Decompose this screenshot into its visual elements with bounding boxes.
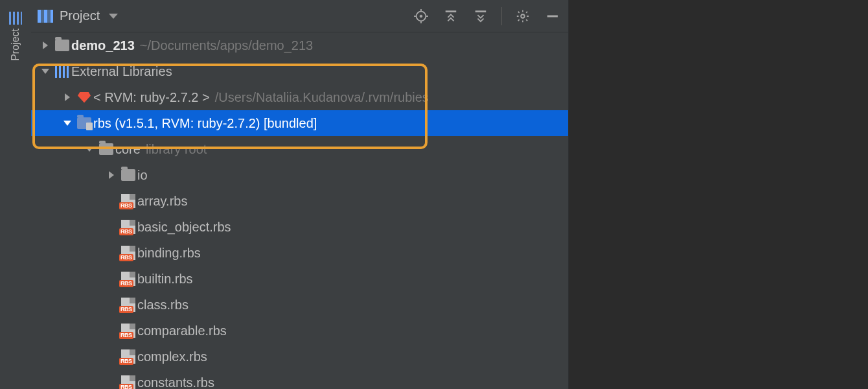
rbs-gem-label: rbs (v1.5.1, RVM: ruby-2.7.2) [bundled] <box>93 116 317 131</box>
chevron-right-icon <box>43 41 48 49</box>
core-label: core <box>115 142 141 157</box>
tree-node-external-libraries[interactable]: External Libraries <box>31 58 568 84</box>
chevron-down-icon <box>41 69 49 74</box>
folder-icon <box>99 143 113 155</box>
chevron-down-icon <box>86 147 93 152</box>
tree-node-file[interactable]: RBSconstants.rbs <box>31 370 568 389</box>
file-label: complex.rbs <box>137 349 207 364</box>
ruby-icon <box>78 92 91 103</box>
project-view-icon <box>38 10 53 23</box>
tree-node-file[interactable]: RBSbuiltin.rbs <box>31 266 568 292</box>
tree-node-file[interactable]: RBSclass.rbs <box>31 292 568 318</box>
project-tool-tab[interactable]: Project <box>0 6 31 66</box>
file-label: basic_object.rbs <box>137 220 231 235</box>
tree-node-rvm-sdk[interactable]: < RVM: ruby-2.7.2 > /Users/Nataliia.Kuda… <box>31 84 568 110</box>
tree-node-file[interactable]: RBSarray.rbs <box>31 188 568 214</box>
tree-node-io[interactable]: io <box>31 162 568 188</box>
rbs-file-icon: RBS <box>121 246 135 260</box>
rbs-file-icon: RBS <box>121 272 135 286</box>
project-tool-tab-label: Project <box>10 29 21 61</box>
project-root-path: ~/Documents/apps/demo_213 <box>140 38 313 53</box>
tree-node-file[interactable]: RBScomparable.rbs <box>31 318 568 344</box>
rvm-sdk-path: /Users/Nataliia.Kudanova/.rvm/rubies <box>215 90 429 105</box>
io-label: io <box>137 168 148 183</box>
file-label: comparable.rbs <box>137 324 227 338</box>
project-icon <box>9 12 22 25</box>
svg-point-1 <box>420 15 422 18</box>
tree-node-core[interactable]: core library root <box>31 136 568 162</box>
rbs-file-icon: RBS <box>121 194 135 208</box>
settings-button[interactable] <box>514 7 532 25</box>
project-panel-title: Project <box>60 8 100 23</box>
chevron-right-icon <box>65 93 70 101</box>
rvm-sdk-label: < RVM: ruby-2.7.2 > <box>93 90 210 105</box>
file-label: builtin.rbs <box>137 272 193 287</box>
tree-node-file[interactable]: RBSbinding.rbs <box>31 240 568 266</box>
libraries-icon <box>55 65 69 78</box>
external-libraries-label: External Libraries <box>71 64 172 79</box>
rbs-file-icon: RBS <box>121 324 135 338</box>
project-panel-actions <box>412 7 562 25</box>
chevron-down-icon <box>63 121 71 126</box>
rbs-file-icon: RBS <box>121 298 135 312</box>
expand-all-button[interactable] <box>442 7 460 25</box>
project-view-selector[interactable]: Project <box>38 8 118 23</box>
folder-icon <box>121 169 135 181</box>
folder-icon <box>55 40 69 51</box>
hide-button[interactable] <box>543 7 562 25</box>
tree-node-rbs-gem[interactable]: rbs (v1.5.1, RVM: ruby-2.7.2) [bundled] <box>31 110 568 136</box>
file-label: binding.rbs <box>137 246 201 261</box>
file-label: class.rbs <box>137 298 188 312</box>
tool-window-tabs: Project <box>0 0 31 389</box>
tree-node-file[interactable]: RBSbasic_object.rbs <box>31 214 568 240</box>
project-tree[interactable]: demo_213 ~/Documents/apps/demo_213 Exter… <box>31 32 568 389</box>
svg-point-8 <box>521 14 525 18</box>
separator <box>501 7 502 25</box>
tree-node-project-root[interactable]: demo_213 ~/Documents/apps/demo_213 <box>31 32 568 58</box>
file-label: array.rbs <box>137 194 187 209</box>
rbs-file-icon: RBS <box>121 220 135 234</box>
tree-node-file[interactable]: RBScomplex.rbs <box>31 344 568 370</box>
chevron-down-icon <box>109 14 118 19</box>
locate-button[interactable] <box>412 7 430 25</box>
core-hint: library root <box>146 142 207 157</box>
chevron-right-icon <box>109 171 114 179</box>
rbs-file-icon: RBS <box>121 375 135 389</box>
project-panel-header: Project <box>31 0 568 32</box>
project-panel: Project demo <box>31 0 569 389</box>
editor-area <box>569 0 868 389</box>
rbs-file-icon: RBS <box>121 349 135 364</box>
gem-folder-icon <box>77 117 91 129</box>
file-label: constants.rbs <box>137 375 214 390</box>
project-root-label: demo_213 <box>71 38 135 53</box>
collapse-all-button[interactable] <box>472 7 490 25</box>
